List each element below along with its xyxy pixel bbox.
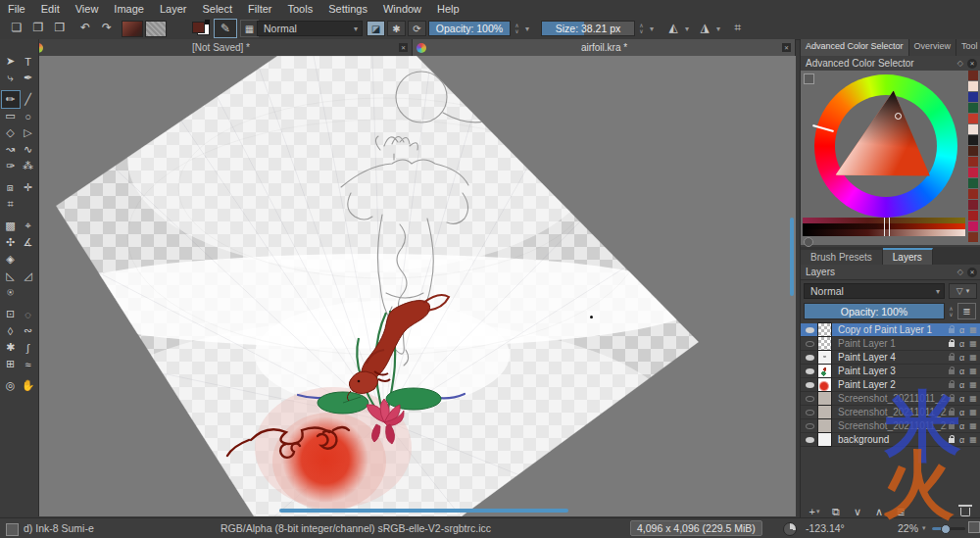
zoom-tool-icon[interactable]: ◎: [2, 377, 20, 394]
layer-properties-button[interactable]: ≣: [893, 505, 908, 518]
redo-button[interactable]: ↷: [98, 20, 116, 35]
history-color-swatch[interactable]: [968, 157, 978, 167]
freehand-selection-tool-icon[interactable]: ∾: [20, 322, 37, 339]
color-sampler-tool-icon[interactable]: ⌖: [20, 218, 37, 234]
save-button[interactable]: ❒: [51, 20, 69, 35]
brush-size-slider[interactable]: Size: 38.21 px: [541, 21, 635, 36]
magnetic-selection-tool-icon[interactable]: ≈: [20, 356, 37, 372]
history-color-swatch[interactable]: [968, 103, 978, 113]
edit-shapes-tool-icon[interactable]: ⤷: [2, 70, 20, 86]
dock-tab-tool-options[interactable]: Tool Options: [956, 39, 980, 56]
layer-options-button[interactable]: ≣: [957, 303, 976, 319]
measure-tool-icon[interactable]: ∡: [20, 234, 37, 251]
layer-row[interactable]: Paint Layer 4α▦: [801, 351, 980, 365]
history-color-swatch[interactable]: [968, 189, 978, 199]
document-tab[interactable]: [Not Saved] *✕: [29, 39, 413, 56]
reload-preset-button[interactable]: ⟳: [408, 21, 426, 36]
new-document-button[interactable]: ❏: [8, 20, 25, 35]
add-layer-button[interactable]: +▾: [807, 505, 822, 518]
foreground-background-colors[interactable]: [192, 20, 210, 35]
horizontal-scrollbar[interactable]: [279, 509, 568, 513]
history-color-swatch[interactable]: [968, 232, 978, 242]
history-color-swatch[interactable]: [968, 114, 978, 123]
assistants-editor-tool-icon[interactable]: ◿: [20, 268, 37, 284]
layer-blending-mode-dropdown[interactable]: Normal ▾: [804, 283, 945, 299]
history-color-swatch[interactable]: [968, 211, 978, 220]
opacity-spin-buttons[interactable]: ∧∨: [513, 21, 521, 36]
dock-tab-layers[interactable]: Layers: [883, 248, 933, 265]
move-layer-down-button[interactable]: ∨: [850, 505, 865, 518]
history-color-swatch[interactable]: [968, 168, 978, 177]
elliptical-selection-tool-icon[interactable]: ◌: [20, 306, 37, 322]
hue-ring[interactable]: [814, 74, 957, 218]
line-tool-icon[interactable]: ╱: [20, 91, 37, 108]
ellipse-tool-icon[interactable]: ○: [20, 108, 37, 124]
blending-mode-dropdown[interactable]: Normal ▾: [257, 21, 363, 36]
layer-row[interactable]: Screenshot_20211011_224158...α▦: [801, 406, 980, 419]
wraparound-mode-button[interactable]: ⌗: [729, 20, 747, 35]
history-color-swatch[interactable]: [968, 92, 978, 102]
visibility-toggle[interactable]: [803, 341, 817, 347]
menu-edit[interactable]: Edit: [33, 2, 68, 16]
selector-settings-icon[interactable]: [804, 73, 814, 84]
menu-settings[interactable]: Settings: [320, 2, 375, 16]
delete-layer-button[interactable]: [957, 505, 973, 518]
move-tool-icon[interactable]: ✛: [20, 179, 37, 196]
rectangular-selection-tool-icon[interactable]: ⊡: [2, 306, 20, 322]
zoom-dropdown-arrow[interactable]: ▾: [922, 524, 926, 532]
duplicate-layer-button[interactable]: ⧉: [828, 505, 844, 518]
opacity-slider[interactable]: Opacity: 100%: [428, 21, 511, 36]
menu-view[interactable]: View: [68, 2, 107, 16]
gradient-chooser[interactable]: [122, 21, 143, 37]
fill-tool-icon[interactable]: ◈: [2, 251, 20, 268]
visibility-toggle[interactable]: [803, 437, 817, 443]
eraser-mode-button[interactable]: ◪: [367, 21, 385, 36]
layer-opacity-slider[interactable]: Opacity: 100%: [804, 303, 945, 319]
menu-tools[interactable]: Tools: [280, 2, 321, 16]
menu-image[interactable]: Image: [106, 2, 152, 16]
float-docker-icon[interactable]: ◇: [957, 268, 963, 276]
layer-filter-button[interactable]: ▽ ▾: [949, 283, 977, 299]
document-tab[interactable]: airfoil.kra *✕: [413, 39, 796, 56]
menu-filter[interactable]: Filter: [240, 2, 279, 16]
similar-color-selection-tool-icon[interactable]: ✱: [2, 339, 20, 356]
canvas-area[interactable]: [39, 56, 796, 516]
zoom-slider[interactable]: [932, 527, 965, 530]
zoom-level-label[interactable]: 22%: [898, 522, 918, 534]
menu-select[interactable]: Select: [194, 2, 240, 16]
layer-row[interactable]: Screenshot_20211011_225358...α▦: [801, 392, 980, 406]
mirror-horizontal-arrow[interactable]: ▾: [682, 21, 692, 36]
layer-row[interactable]: Paint Layer 1α▦: [801, 337, 980, 351]
bezier-curve-tool-icon[interactable]: ↝: [2, 141, 20, 158]
fit-page-button[interactable]: [968, 521, 980, 533]
smart-patch-tool-icon[interactable]: ✣: [2, 234, 20, 251]
layer-row[interactable]: Paint Layer 3α▦: [801, 365, 980, 378]
assistants-tool-icon[interactable]: ◺: [2, 268, 20, 284]
size-spin-buttons[interactable]: ∧∨: [637, 21, 646, 36]
mirror-vertical-arrow[interactable]: ▾: [713, 21, 723, 36]
gradient-tool-icon[interactable]: ▩: [2, 218, 20, 234]
size-dropdown-arrow[interactable]: ▾: [647, 21, 657, 36]
dock-tab-advanced-color-selector[interactable]: Advanced Color Selector: [801, 39, 909, 56]
close-docker-icon[interactable]: ✕: [967, 59, 977, 69]
polygonal-selection-tool-icon[interactable]: ◊: [2, 322, 20, 339]
edit-brush-settings-button[interactable]: ✎: [214, 19, 237, 38]
close-docker-icon[interactable]: ✕: [967, 268, 977, 277]
mirror-horizontal-button[interactable]: ◭: [664, 20, 682, 35]
menu-file[interactable]: File: [0, 2, 33, 16]
rectangle-tool-icon[interactable]: ▭: [2, 108, 20, 124]
history-color-swatch[interactable]: [968, 221, 978, 231]
history-color-swatch[interactable]: [968, 124, 978, 134]
multibrush-tool-icon[interactable]: ⁂: [20, 158, 37, 174]
history-color-swatch[interactable]: [968, 81, 978, 91]
visibility-toggle[interactable]: [803, 382, 817, 388]
float-docker-icon[interactable]: ◇: [957, 59, 963, 68]
visibility-toggle[interactable]: [803, 423, 817, 429]
menu-help[interactable]: Help: [429, 2, 467, 16]
layer-row[interactable]: Paint Layer 2α▦: [801, 378, 980, 392]
history-color-swatch[interactable]: [968, 146, 978, 156]
visibility-toggle[interactable]: [803, 355, 817, 361]
history-color-swatch[interactable]: [968, 178, 978, 188]
move-layer-up-button[interactable]: ∧: [871, 505, 887, 518]
dock-tab-overview[interactable]: Overview: [909, 39, 957, 56]
